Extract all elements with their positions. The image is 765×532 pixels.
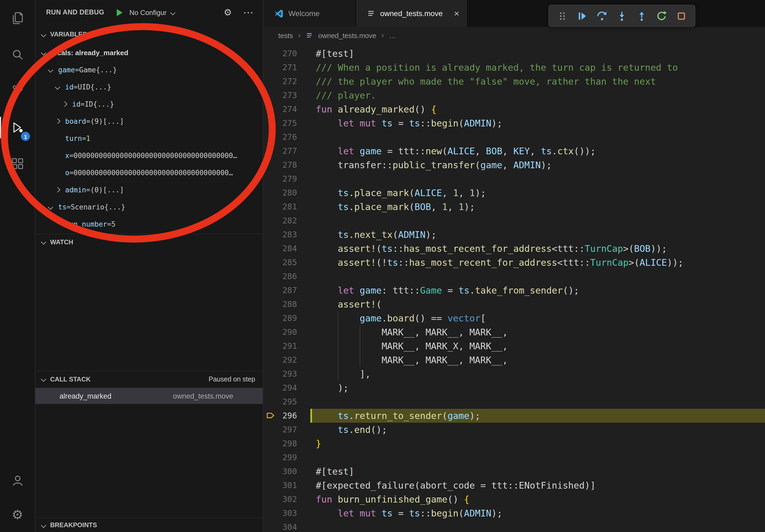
line-number[interactable]: 286 xyxy=(264,269,297,283)
code-line-content[interactable]: ts.place_mark(ALICE, 1, 1); xyxy=(311,186,765,200)
line-number[interactable]: 296 xyxy=(264,409,297,423)
line-number[interactable]: 278 xyxy=(264,158,297,172)
line-number[interactable]: 302 xyxy=(264,492,297,506)
variable-row[interactable]: o = 000000000000000000000000000000000000… xyxy=(35,164,263,181)
line-number[interactable]: 287 xyxy=(264,283,297,297)
close-icon[interactable]: × xyxy=(454,9,459,18)
code-line-content[interactable] xyxy=(311,130,765,144)
code-line-content[interactable]: #[test] xyxy=(311,47,765,61)
line-number[interactable]: 298 xyxy=(264,437,297,450)
line-number[interactable]: 275 xyxy=(264,116,297,130)
code-line-content[interactable] xyxy=(311,395,765,409)
code-line-content[interactable] xyxy=(311,520,765,532)
line-number[interactable]: 279 xyxy=(264,172,297,186)
code-line-content[interactable]: } xyxy=(311,437,765,450)
code-line-content[interactable]: ts.next_tx(ADMIN); xyxy=(311,228,765,242)
stop-button[interactable] xyxy=(673,8,689,24)
chevron-down-icon[interactable] xyxy=(48,204,53,209)
code-line-content[interactable]: #[expected_failure(abort_code = ttt::ENo… xyxy=(311,478,765,492)
code-line-content[interactable]: #[test] xyxy=(311,464,765,478)
start-debug-button[interactable] xyxy=(115,8,124,17)
line-number[interactable]: 294 xyxy=(264,381,297,395)
activity-settings[interactable]: ⚙ xyxy=(0,498,35,532)
chevron-right-icon[interactable] xyxy=(55,119,60,124)
chevron-down-icon[interactable] xyxy=(41,50,46,55)
line-number[interactable]: 282 xyxy=(264,214,297,228)
code-line-content[interactable]: ts.place_mark(BOB, 1, 1); xyxy=(311,200,765,214)
breadcrumb-symbol[interactable]: … xyxy=(389,31,396,39)
variable-row[interactable]: id = UID{...} xyxy=(35,78,263,95)
code-line-content[interactable]: MARK__, MARK_X, MARK__, xyxy=(311,339,765,353)
chevron-right-icon[interactable] xyxy=(55,187,60,192)
code-line-content[interactable]: assert!( xyxy=(311,297,765,311)
code-line-content[interactable]: ts.return_to_sender(game); xyxy=(311,409,765,423)
section-call-stack-header[interactable]: CALL STACK Paused on step xyxy=(35,371,263,387)
variable-row[interactable]: id = ID{...} xyxy=(35,95,263,113)
line-number[interactable]: 290 xyxy=(264,325,297,339)
code-line-content[interactable]: /// player. xyxy=(311,89,765,102)
drag-handle[interactable] xyxy=(554,8,570,24)
tab-welcome[interactable]: Welcome xyxy=(264,0,356,27)
variable-row[interactable]: x = 000000000000000000000000000000000000… xyxy=(35,147,263,164)
activity-source-control[interactable] xyxy=(0,73,35,109)
variable-row[interactable]: board = (9)[...] xyxy=(35,113,263,130)
code-line-content[interactable]: /// the player who made the "false" move… xyxy=(311,75,765,89)
line-number[interactable]: 301 xyxy=(264,478,297,492)
variable-row[interactable]: ts = Scenario{...} xyxy=(35,198,263,215)
variable-row[interactable]: game = Game{...} xyxy=(35,61,263,78)
code-line-content[interactable]: /// When a position is already marked, t… xyxy=(311,61,765,75)
code-line-content[interactable]: ); xyxy=(311,381,765,395)
code-line-content[interactable]: let mut ts = ts::begin(ADMIN); xyxy=(311,116,765,130)
line-number[interactable]: 284 xyxy=(264,242,297,256)
restart-button[interactable] xyxy=(653,8,670,24)
code-line-content[interactable]: MARK__, MARK__, MARK__, xyxy=(311,325,765,339)
line-number[interactable]: 272 xyxy=(264,75,297,89)
chevron-down-icon[interactable] xyxy=(55,84,60,89)
breadcrumb-file[interactable]: owned_tests.move xyxy=(318,31,376,39)
variable-row[interactable]: txn_number = 5 xyxy=(35,215,263,232)
call-stack-frame[interactable]: already_marked owned_tests.move xyxy=(35,388,263,404)
activity-extensions[interactable] xyxy=(0,146,35,182)
variable-row[interactable]: admin = (0)[...] xyxy=(35,181,263,198)
line-number[interactable]: 297 xyxy=(264,423,297,437)
code-line-content[interactable]: fun burn_unfinished_game() { xyxy=(311,492,765,506)
code-line-content[interactable] xyxy=(311,269,765,283)
line-number[interactable]: 274 xyxy=(264,102,297,116)
line-number[interactable]: 289 xyxy=(264,311,297,325)
more-actions-icon[interactable]: ··· xyxy=(244,8,254,17)
code-line-content[interactable]: ts.end(); xyxy=(311,423,765,437)
line-number[interactable]: 280 xyxy=(264,186,297,200)
line-number[interactable]: 288 xyxy=(264,297,297,311)
code-line-content[interactable] xyxy=(311,214,765,228)
chevron-right-icon[interactable] xyxy=(62,102,67,106)
line-number[interactable]: 303 xyxy=(264,506,297,520)
code-line-content[interactable]: let game = ttt::new(ALICE, BOB, KEY, ts.… xyxy=(311,144,765,158)
section-variables-header[interactable]: VARIABLES xyxy=(35,26,263,43)
gear-icon[interactable]: ⚙ xyxy=(224,7,232,18)
continue-button[interactable] xyxy=(574,8,590,24)
chevron-down-icon[interactable] xyxy=(48,67,53,72)
line-number[interactable]: 299 xyxy=(264,450,297,464)
code-line-content[interactable]: let mut ts = ts::begin(ADMIN); xyxy=(311,506,765,520)
code-line-content[interactable] xyxy=(311,450,765,464)
section-breakpoints-header[interactable]: BREAKPOINTS xyxy=(35,518,263,532)
variable-row[interactable]: turn = 1 xyxy=(35,130,263,147)
line-number[interactable]: 304 xyxy=(264,520,297,532)
step-out-button[interactable] xyxy=(634,8,650,24)
variable-row[interactable]: locals: already_marked xyxy=(35,44,263,61)
line-number[interactable]: 293 xyxy=(264,367,297,381)
line-number[interactable]: 285 xyxy=(264,256,297,269)
tab-owned-tests[interactable]: owned_tests.move × xyxy=(356,0,467,27)
line-number[interactable]: 273 xyxy=(264,89,297,102)
line-number[interactable]: 292 xyxy=(264,353,297,367)
section-watch-header[interactable]: WATCH xyxy=(35,234,263,250)
line-number[interactable]: 276 xyxy=(264,130,297,144)
step-into-button[interactable] xyxy=(614,8,630,24)
line-number[interactable]: 300 xyxy=(264,464,297,478)
code-area[interactable]: 270#[test]271/// When a position is alre… xyxy=(264,44,765,532)
line-number[interactable]: 271 xyxy=(264,61,297,75)
code-line-content[interactable]: assert!(!ts::has_most_recent_for_address… xyxy=(311,256,765,269)
code-line-content[interactable]: assert!(ts::has_most_recent_for_address<… xyxy=(311,242,765,256)
code-line-content[interactable]: fun already_marked() { xyxy=(311,102,765,116)
step-over-button[interactable] xyxy=(594,8,610,24)
